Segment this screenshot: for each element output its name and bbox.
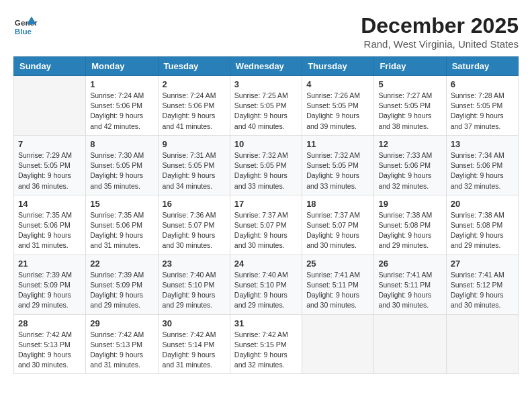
day-header-saturday: Saturday: [446, 57, 518, 76]
logo: General Blue: [13, 13, 40, 38]
day-number: 13: [451, 139, 514, 149]
day-number: 2: [163, 79, 226, 89]
day-number: 28: [18, 318, 81, 328]
day-number: 21: [18, 259, 81, 269]
location: Rand, West Virginia, United States: [361, 38, 519, 50]
day-number: 4: [306, 79, 369, 89]
calendar-cell: [374, 314, 446, 374]
calendar-week-row: 1Sunrise: 7:24 AMSunset: 5:06 PMDaylight…: [14, 76, 519, 136]
calendar-cell: 29Sunrise: 7:42 AMSunset: 5:13 PMDayligh…: [86, 314, 158, 374]
calendar-cell: 6Sunrise: 7:28 AMSunset: 5:05 PMDaylight…: [446, 76, 518, 136]
day-info: Sunrise: 7:25 AMSunset: 5:05 PMDaylight:…: [234, 91, 298, 132]
calendar-cell: 3Sunrise: 7:25 AMSunset: 5:05 PMDaylight…: [230, 76, 302, 136]
day-number: 22: [90, 259, 153, 269]
day-number: 15: [90, 199, 153, 209]
day-number: 5: [378, 79, 441, 89]
calendar-cell: 24Sunrise: 7:40 AMSunset: 5:10 PMDayligh…: [230, 255, 302, 314]
calendar-cell: 20Sunrise: 7:38 AMSunset: 5:08 PMDayligh…: [446, 195, 518, 255]
calendar-cell: 19Sunrise: 7:38 AMSunset: 5:08 PMDayligh…: [374, 195, 446, 255]
day-info: Sunrise: 7:38 AMSunset: 5:08 PMDaylight:…: [378, 210, 441, 251]
calendar-cell: 13Sunrise: 7:34 AMSunset: 5:06 PMDayligh…: [446, 135, 518, 195]
day-info: Sunrise: 7:42 AMSunset: 5:15 PMDaylight:…: [234, 330, 298, 371]
day-header-sunday: Sunday: [14, 57, 86, 76]
day-header-friday: Friday: [374, 57, 446, 76]
day-info: Sunrise: 7:35 AMSunset: 5:06 PMDaylight:…: [18, 210, 81, 251]
day-info: Sunrise: 7:40 AMSunset: 5:10 PMDaylight:…: [234, 270, 298, 311]
day-number: 9: [163, 139, 226, 149]
day-header-tuesday: Tuesday: [158, 57, 230, 76]
day-number: 11: [306, 139, 369, 149]
day-info: Sunrise: 7:24 AMSunset: 5:06 PMDaylight:…: [163, 91, 226, 132]
day-info: Sunrise: 7:35 AMSunset: 5:06 PMDaylight:…: [90, 210, 153, 251]
calendar-cell: 31Sunrise: 7:42 AMSunset: 5:15 PMDayligh…: [230, 314, 302, 374]
day-info: Sunrise: 7:29 AMSunset: 5:05 PMDaylight:…: [18, 150, 81, 191]
day-number: 10: [234, 139, 298, 149]
calendar-cell: 15Sunrise: 7:35 AMSunset: 5:06 PMDayligh…: [86, 195, 158, 255]
day-number: 24: [234, 259, 298, 269]
day-number: 17: [234, 199, 298, 209]
svg-text:Blue: Blue: [15, 27, 32, 36]
day-number: 27: [451, 259, 514, 269]
calendar-week-row: 14Sunrise: 7:35 AMSunset: 5:06 PMDayligh…: [14, 195, 519, 255]
calendar-cell: 12Sunrise: 7:33 AMSunset: 5:06 PMDayligh…: [374, 135, 446, 195]
day-info: Sunrise: 7:27 AMSunset: 5:05 PMDaylight:…: [378, 91, 441, 132]
day-number: 25: [306, 259, 369, 269]
calendar-cell: 2Sunrise: 7:24 AMSunset: 5:06 PMDaylight…: [158, 76, 230, 136]
calendar-cell: 17Sunrise: 7:37 AMSunset: 5:07 PMDayligh…: [230, 195, 302, 255]
day-number: 8: [90, 139, 153, 149]
calendar-cell: 8Sunrise: 7:30 AMSunset: 5:05 PMDaylight…: [86, 135, 158, 195]
calendar-cell: [446, 314, 518, 374]
day-info: Sunrise: 7:33 AMSunset: 5:06 PMDaylight:…: [378, 150, 441, 191]
day-info: Sunrise: 7:34 AMSunset: 5:06 PMDaylight:…: [451, 150, 514, 191]
calendar-cell: 5Sunrise: 7:27 AMSunset: 5:05 PMDaylight…: [374, 76, 446, 136]
day-info: Sunrise: 7:26 AMSunset: 5:05 PMDaylight:…: [306, 91, 369, 132]
day-number: 18: [306, 199, 369, 209]
day-info: Sunrise: 7:24 AMSunset: 5:06 PMDaylight:…: [90, 91, 153, 132]
calendar-cell: 23Sunrise: 7:40 AMSunset: 5:10 PMDayligh…: [158, 255, 230, 314]
calendar-cell: 27Sunrise: 7:41 AMSunset: 5:12 PMDayligh…: [446, 255, 518, 314]
calendar-week-row: 7Sunrise: 7:29 AMSunset: 5:05 PMDaylight…: [14, 135, 519, 195]
day-header-wednesday: Wednesday: [230, 57, 302, 76]
day-number: 14: [18, 199, 81, 209]
calendar-cell: 26Sunrise: 7:41 AMSunset: 5:11 PMDayligh…: [374, 255, 446, 314]
day-info: Sunrise: 7:42 AMSunset: 5:13 PMDaylight:…: [18, 330, 81, 371]
calendar-cell: 7Sunrise: 7:29 AMSunset: 5:05 PMDaylight…: [14, 135, 86, 195]
day-info: Sunrise: 7:31 AMSunset: 5:05 PMDaylight:…: [163, 150, 226, 191]
calendar-cell: 4Sunrise: 7:26 AMSunset: 5:05 PMDaylight…: [302, 76, 374, 136]
calendar-cell: 10Sunrise: 7:32 AMSunset: 5:05 PMDayligh…: [230, 135, 302, 195]
day-number: 3: [234, 79, 298, 89]
day-number: 16: [163, 199, 226, 209]
calendar-week-row: 28Sunrise: 7:42 AMSunset: 5:13 PMDayligh…: [14, 314, 519, 374]
day-info: Sunrise: 7:42 AMSunset: 5:13 PMDaylight:…: [90, 330, 153, 371]
day-header-thursday: Thursday: [302, 57, 374, 76]
day-number: 12: [378, 139, 441, 149]
day-info: Sunrise: 7:38 AMSunset: 5:08 PMDaylight:…: [451, 210, 514, 251]
calendar-cell: 1Sunrise: 7:24 AMSunset: 5:06 PMDaylight…: [86, 76, 158, 136]
day-info: Sunrise: 7:41 AMSunset: 5:11 PMDaylight:…: [378, 270, 441, 311]
day-info: Sunrise: 7:28 AMSunset: 5:05 PMDaylight:…: [451, 91, 514, 132]
calendar-cell: [302, 314, 374, 374]
day-number: 29: [90, 318, 153, 328]
day-info: Sunrise: 7:39 AMSunset: 5:09 PMDaylight:…: [18, 270, 81, 311]
day-info: Sunrise: 7:37 AMSunset: 5:07 PMDaylight:…: [234, 210, 298, 251]
day-info: Sunrise: 7:39 AMSunset: 5:09 PMDaylight:…: [90, 270, 153, 311]
calendar-cell: [14, 76, 86, 136]
calendar-cell: 28Sunrise: 7:42 AMSunset: 5:13 PMDayligh…: [14, 314, 86, 374]
calendar-cell: 22Sunrise: 7:39 AMSunset: 5:09 PMDayligh…: [86, 255, 158, 314]
day-info: Sunrise: 7:41 AMSunset: 5:11 PMDaylight:…: [306, 270, 369, 311]
calendar-cell: 9Sunrise: 7:31 AMSunset: 5:05 PMDaylight…: [158, 135, 230, 195]
calendar-cell: 11Sunrise: 7:32 AMSunset: 5:05 PMDayligh…: [302, 135, 374, 195]
day-info: Sunrise: 7:30 AMSunset: 5:05 PMDaylight:…: [90, 150, 153, 191]
calendar-week-row: 21Sunrise: 7:39 AMSunset: 5:09 PMDayligh…: [14, 255, 519, 314]
calendar-cell: 16Sunrise: 7:36 AMSunset: 5:07 PMDayligh…: [158, 195, 230, 255]
day-info: Sunrise: 7:41 AMSunset: 5:12 PMDaylight:…: [451, 270, 514, 311]
day-number: 26: [378, 259, 441, 269]
day-number: 20: [451, 199, 514, 209]
calendar-table: SundayMondayTuesdayWednesdayThursdayFrid…: [13, 56, 519, 374]
day-number: 31: [234, 318, 298, 328]
day-header-monday: Monday: [86, 57, 158, 76]
calendar-cell: 21Sunrise: 7:39 AMSunset: 5:09 PMDayligh…: [14, 255, 86, 314]
day-number: 7: [18, 139, 81, 149]
day-number: 19: [378, 199, 441, 209]
page-header: General Blue December 2025 Rand, West Vi…: [13, 13, 519, 50]
